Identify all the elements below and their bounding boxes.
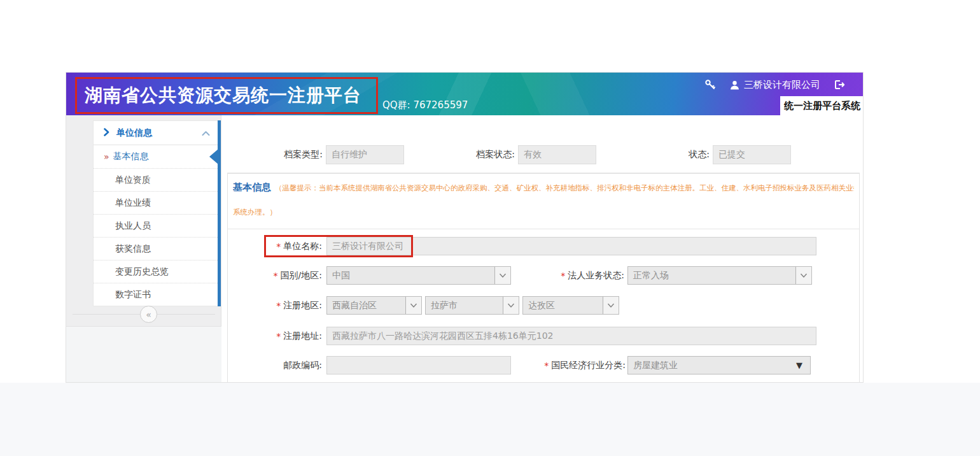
archive-type-input[interactable] [326, 145, 404, 164]
unit-name-row: * 单位名称: [228, 237, 860, 256]
section-header: 基本信息 （温馨提示：当前本系统提供湖南省公共资源交易中心的政府采购、交通、矿业… [228, 174, 859, 229]
unit-name-label: * 单位名称: [228, 237, 322, 255]
page-title: 湖南省公共资源交易统一注册平台 [85, 83, 361, 108]
chevron-down-icon [603, 297, 619, 314]
postal-code-input[interactable] [326, 356, 511, 374]
sidebar-item-awards[interactable]: 获奖信息 [94, 237, 218, 260]
page-background [0, 383, 980, 456]
sidebar-item-practitioners[interactable]: 执业人员 [94, 214, 218, 237]
sidebar-item-change-history[interactable]: 变更历史总览 [94, 260, 218, 283]
status-field: 状态: [678, 145, 791, 164]
section-title: 基本信息 [233, 182, 271, 194]
country-label: * 国别/地区: [228, 266, 322, 285]
sidebar-accent-bar [218, 120, 221, 306]
app-window: 湖南省公共资源交易统一注册平台 QQ群: 767265597 三桥设计有限公司 … [66, 72, 864, 383]
main-content: 档案类型: 档案状态: 状态: 基本信息 （温馨提示：当前本系统提供湖南省公共资… [222, 115, 864, 383]
legal-status-select[interactable]: 正常入场 [627, 266, 812, 285]
chevron-down-icon [795, 267, 811, 284]
sidebar-menu: 单位信息 » 基本信息 单位资质 单位业绩 执业人员 获奖信息 变更历史总览 数… [93, 120, 218, 306]
city-select[interactable]: 拉萨市 [425, 296, 519, 315]
status-label: 状态: [678, 149, 710, 160]
archive-status-input[interactable] [518, 145, 596, 164]
archive-status-label: 档案状态: [464, 149, 515, 160]
chevron-down-icon [405, 297, 421, 314]
address-input[interactable] [326, 327, 816, 345]
status-input[interactable] [713, 145, 791, 164]
sidebar-group-label: 单位信息 [116, 127, 202, 139]
chevron-right-icon [104, 127, 109, 139]
chevron-down-icon [494, 267, 510, 284]
province-select[interactable]: 西藏自治区 [326, 296, 422, 315]
sidebar-collapse-bar: « [66, 306, 221, 324]
region-row: * 注册地区: 西藏自治区 拉萨市 达孜区 [228, 296, 860, 315]
industry-label: * 国民经济行业分类: [517, 356, 626, 374]
sidebar-group-unit-info[interactable]: 单位信息 [94, 121, 218, 145]
archive-type-label: 档案类型: [262, 149, 323, 160]
postal-industry-row: 邮政编码: * 国民经济行业分类: 房屋建筑业 ▼ [228, 356, 860, 375]
header-banner: 湖南省公共资源交易统一注册平台 QQ群: 767265597 三桥设计有限公司 … [66, 73, 864, 115]
section-notice-line1: （温馨提示：当前本系统提供湖南省公共资源交易中心的政府采购、交通、矿业权、补充耕… [275, 183, 854, 193]
chevron-down-icon [503, 297, 519, 314]
company-name: 三桥设计有限公司 [744, 79, 820, 91]
archive-status-field: 档案状态: [464, 145, 596, 164]
qq-group-label: QQ群: 767265597 [382, 99, 468, 111]
sidebar-item-basic-info[interactable]: » 基本信息 [94, 145, 218, 168]
active-marker-icon: » [104, 152, 109, 162]
industry-select[interactable]: 房屋建筑业 ▼ [627, 356, 811, 374]
legal-status-label: * 法人业务状态: [517, 266, 624, 285]
dropdown-triangle-icon: ▼ [796, 360, 802, 370]
sidebar-item-unit-performance[interactable]: 单位业绩 [94, 191, 218, 214]
region-label: * 注册地区: [228, 296, 322, 315]
title-highlight-box: 湖南省公共资源交易统一注册平台 [75, 77, 378, 114]
sidebar-item-unit-qualification[interactable]: 单位资质 [94, 168, 218, 191]
country-row: * 国别/地区: 中国 * 法人业务状态: 正常入场 [228, 266, 860, 285]
sidebar-empty-area [66, 327, 221, 383]
collapse-sidebar-icon[interactable]: « [140, 306, 157, 323]
chevron-up-icon[interactable] [202, 127, 210, 139]
unit-name-input[interactable] [326, 237, 816, 255]
header-actions: 三桥设计有限公司 [704, 78, 845, 91]
user-icon [730, 80, 739, 90]
section-notice-line2: 系统办理。） [233, 208, 854, 217]
sidebar: 单位信息 » 基本信息 单位资质 单位业绩 执业人员 获奖信息 变更历史总览 数… [66, 115, 221, 383]
address-row: * 注册地址: [228, 327, 860, 346]
basic-info-section: 基本信息 （温馨提示：当前本系统提供湖南省公共资源交易中心的政府采购、交通、矿业… [227, 173, 860, 383]
required-mark: * [276, 241, 281, 252]
sidebar-item-digital-certificate[interactable]: 数字证书 [94, 283, 218, 306]
district-select[interactable]: 达孜区 [522, 296, 619, 315]
address-label: * 注册地址: [228, 327, 322, 345]
archive-type-field: 档案类型: [262, 145, 404, 164]
tab-unified-registration-system[interactable]: 统一注册平台系统 [780, 96, 864, 115]
logout-icon[interactable] [834, 80, 845, 90]
postal-code-label: 邮政编码: [228, 356, 322, 374]
user-menu[interactable]: 三桥设计有限公司 [730, 79, 820, 91]
key-icon[interactable] [704, 79, 716, 90]
country-select[interactable]: 中国 [326, 266, 511, 285]
